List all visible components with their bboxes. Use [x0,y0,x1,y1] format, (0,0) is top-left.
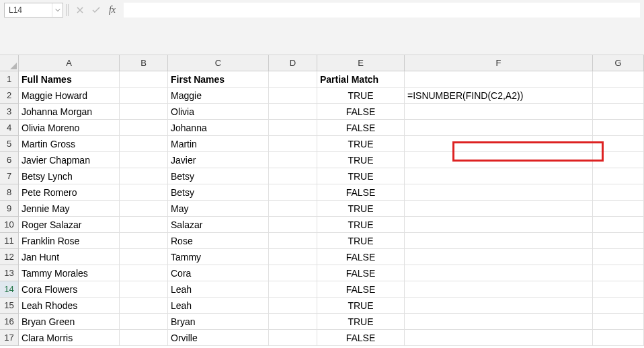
cell-A17[interactable]: Clara Morris [19,330,120,346]
cell-G2[interactable] [593,88,644,104]
cell-A10[interactable]: Roger Salazar [19,217,120,233]
cell-G13[interactable] [593,265,644,281]
cell-B9[interactable] [120,201,168,217]
cell-D1[interactable] [269,71,317,88]
cell-C13[interactable]: Cora [168,265,269,281]
cell-A7[interactable]: Betsy Lynch [19,168,120,184]
cell-F12[interactable] [405,249,593,265]
row-header-10[interactable]: 10 [0,217,19,233]
cell-F2[interactable]: =ISNUMBER(FIND(C2,A2)) [405,88,593,104]
cell-A8[interactable]: Pete Romero [19,184,120,201]
cell-C15[interactable]: Leah [168,298,269,314]
cell-D15[interactable] [269,298,317,314]
name-box-input[interactable] [5,5,52,15]
cell-D13[interactable] [269,265,317,281]
cell-G14[interactable] [593,281,644,298]
cell-F10[interactable] [405,217,593,233]
cell-E10[interactable]: TRUE [317,217,405,233]
row-header-8[interactable]: 8 [0,184,19,201]
name-box-dropdown[interactable] [52,3,63,17]
cell-G7[interactable] [593,168,644,184]
cell-G11[interactable] [593,233,644,249]
cell-F9[interactable] [405,201,593,217]
cell-G15[interactable] [593,298,644,314]
cell-B2[interactable] [120,88,168,104]
row-header-17[interactable]: 17 [0,330,19,346]
cell-G17[interactable] [593,330,644,346]
select-all-corner[interactable] [0,55,19,71]
cell-G8[interactable] [593,184,644,201]
cell-C7[interactable]: Betsy [168,168,269,184]
cell-C3[interactable]: Olivia [168,104,269,120]
cell-B17[interactable] [120,330,168,346]
cell-B13[interactable] [120,265,168,281]
cell-E15[interactable]: TRUE [317,298,405,314]
cell-B16[interactable] [120,314,168,330]
cell-F8[interactable] [405,184,593,201]
cell-F15[interactable] [405,298,593,314]
cell-A13[interactable]: Tammy Morales [19,265,120,281]
cell-C4[interactable]: Johanna [168,120,269,136]
cell-D6[interactable] [269,152,317,168]
column-header-E[interactable]: E [317,55,405,71]
cell-C5[interactable]: Martin [168,136,269,152]
cell-C12[interactable]: Tammy [168,249,269,265]
cell-E13[interactable]: FALSE [317,265,405,281]
row-header-4[interactable]: 4 [0,120,19,136]
cell-E5[interactable]: TRUE [317,136,405,152]
column-header-D[interactable]: D [269,55,317,71]
cell-D10[interactable] [269,217,317,233]
cell-E7[interactable]: TRUE [317,168,405,184]
cell-B15[interactable] [120,298,168,314]
cell-D16[interactable] [269,314,317,330]
cell-A6[interactable]: Javier Chapman [19,152,120,168]
cell-C9[interactable]: May [168,201,269,217]
cell-G9[interactable] [593,201,644,217]
cell-B5[interactable] [120,136,168,152]
cell-D4[interactable] [269,120,317,136]
cell-F1[interactable] [405,71,593,88]
row-header-5[interactable]: 5 [0,136,19,152]
cell-E12[interactable]: FALSE [317,249,405,265]
cell-D11[interactable] [269,233,317,249]
cell-B12[interactable] [120,249,168,265]
cell-G16[interactable] [593,314,644,330]
row-header-11[interactable]: 11 [0,233,19,249]
cell-F5[interactable] [405,136,593,152]
row-header-16[interactable]: 16 [0,314,19,330]
cell-E9[interactable]: TRUE [317,201,405,217]
name-box[interactable] [4,3,63,18]
cell-F17[interactable] [405,330,593,346]
cell-B1[interactable] [120,71,168,88]
row-header-6[interactable]: 6 [0,152,19,168]
cell-E2[interactable]: TRUE [317,88,405,104]
cell-E6[interactable]: TRUE [317,152,405,168]
cell-B8[interactable] [120,184,168,201]
column-header-A[interactable]: A [19,55,120,71]
formula-input[interactable] [124,3,640,18]
cell-F14[interactable] [405,281,593,298]
cell-G6[interactable] [593,152,644,168]
row-header-15[interactable]: 15 [0,298,19,314]
row-header-13[interactable]: 13 [0,265,19,281]
cell-A15[interactable]: Leah Rhodes [19,298,120,314]
cell-B6[interactable] [120,152,168,168]
cell-D3[interactable] [269,104,317,120]
cell-G4[interactable] [593,120,644,136]
row-header-2[interactable]: 2 [0,88,19,104]
row-header-14[interactable]: 14 [0,281,19,298]
cell-D12[interactable] [269,249,317,265]
cell-A9[interactable]: Jennie May [19,201,120,217]
cell-F11[interactable] [405,233,593,249]
cell-A12[interactable]: Jan Hunt [19,249,120,265]
row-header-12[interactable]: 12 [0,249,19,265]
cell-A3[interactable]: Johanna Morgan [19,104,120,120]
cell-C1[interactable]: First Names [168,71,269,88]
cell-E14[interactable]: FALSE [317,281,405,298]
cell-B7[interactable] [120,168,168,184]
cell-F3[interactable] [405,104,593,120]
cell-C10[interactable]: Salazar [168,217,269,233]
cell-E1[interactable]: Partial Match [317,71,405,88]
cell-E17[interactable]: FALSE [317,330,405,346]
cell-G12[interactable] [593,249,644,265]
